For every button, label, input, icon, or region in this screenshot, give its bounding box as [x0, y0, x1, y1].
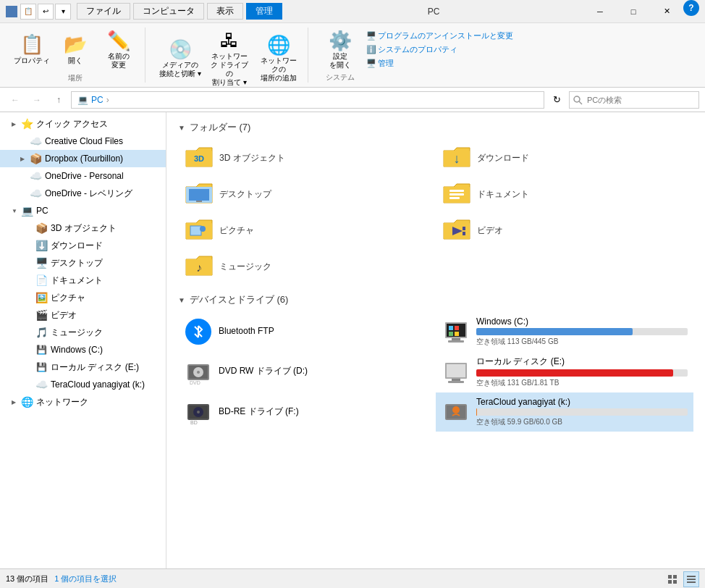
tab-view[interactable]: 表示 — [207, 3, 243, 20]
back-button[interactable]: ← — [6, 91, 25, 109]
local-e-space: 空き領域 131 GB/1.81 TB — [476, 378, 688, 388]
3d-label: 3D オブジェクト — [51, 222, 117, 235]
sidebar-item-music[interactable]: ▶ 🎵 ミュージック — [0, 324, 166, 341]
svg-text:DVD: DVD — [190, 380, 200, 385]
sidebar-item-network[interactable]: ▶ 🌐 ネットワーク — [0, 393, 166, 411]
sidebar-item-tera[interactable]: ▶ ☁️ TeraCloud yanagiyat (k:) — [0, 376, 166, 393]
qat-dropdown[interactable]: ▾ — [55, 4, 71, 20]
refresh-button[interactable]: ↻ — [547, 91, 566, 109]
sidebar-item-dropbox[interactable]: ▶ 📦 Dropbox (Tourbillon) — [0, 150, 166, 167]
ribbon-btn-rename[interactable]: ✏️ 名前の変更 — [98, 28, 139, 72]
sidebar-item-local-e[interactable]: ▶ 💾 ローカル ディスク (E:) — [0, 358, 166, 376]
dvd-info: DVD RW ドライブ (D:) — [219, 365, 430, 379]
3d-icon: 📦 — [35, 222, 48, 235]
windows-drive-icon — [442, 317, 470, 346]
ribbon-group-system-label: システム — [326, 72, 355, 83]
ribbon-btn-settings[interactable]: ⚙️ 設定を開く — [320, 28, 360, 72]
uninstall-label: プログラムのアンインストールと変更 — [378, 30, 513, 41]
drive-item-dvd[interactable]: DVD DVD RW ドライブ (D:) — [178, 351, 436, 392]
folder-3d-label: 3D オブジェクト — [219, 152, 285, 164]
qat-btn-1[interactable]: 📋 — [20, 4, 36, 20]
svg-rect-35 — [452, 379, 460, 381]
tab-file[interactable]: ファイル — [77, 3, 130, 20]
downloads-icon: ⬇️ — [35, 239, 48, 252]
bd-info: BD-RE ドライブ (F:) — [219, 406, 430, 419]
folder-item-documents[interactable]: ドキュメント — [436, 176, 693, 212]
uninstall-programs-link[interactable]: 🖥️ プログラムのアンインストールと変更 — [366, 30, 513, 41]
address-path[interactable]: 💻 PC › — [71, 91, 544, 109]
onedrive-personal-icon: ☁️ — [29, 169, 42, 182]
drive-item-bd[interactable]: BD BD-RE ドライブ (F:) — [178, 392, 436, 432]
sidebar-item-pictures[interactable]: ▶ 🖼️ ピクチャ — [0, 289, 166, 306]
sidebar-item-quick-access[interactable]: ▶ ⭐ クイック アクセス — [0, 115, 166, 133]
ribbon-btn-property-label: プロパティ — [14, 56, 50, 66]
folder-item-pictures[interactable]: ピクチャ — [178, 212, 436, 248]
tab-computer[interactable]: コンピュータ — [133, 3, 204, 20]
close-button[interactable]: ✕ — [650, 0, 683, 23]
svg-point-31 — [197, 371, 200, 374]
qat-btn-2[interactable]: ↩ — [38, 4, 54, 20]
system-properties-label: システムのプロパティ — [378, 44, 457, 55]
sidebar-item-creative-cloud[interactable]: ▶ ☁️ Creative Cloud Files — [0, 133, 166, 150]
ribbon: 📋 プロパティ 📂 開く ✏️ 名前の変更 場所 💿 メディアの接続と切断 — [0, 23, 705, 88]
ribbon-btn-network-drive-label: ネットワーク ドライブの割り当て ▾ — [208, 52, 250, 87]
ribbon-group-basho: 📋 プロパティ 📂 開く ✏️ 名前の変更 場所 — [6, 28, 145, 83]
local-e-icon: 💾 — [35, 361, 48, 374]
svg-rect-17 — [463, 232, 465, 235]
search-input[interactable] — [569, 91, 699, 109]
folder-icon-desktop — [185, 181, 214, 207]
folder-item-3d[interactable]: 3D 3D オブジェクト — [178, 140, 436, 176]
sidebar-item-pc[interactable]: ▼ 💻 PC — [0, 202, 166, 219]
sidebar-item-windows-c[interactable]: ▶ 💾 Windows (C:) — [0, 341, 166, 358]
local-e-info: ローカル ディスク (E:) 空き領域 131 GB/1.81 TB — [476, 356, 688, 388]
drive-item-windows-c[interactable]: Windows (C:) 空き領域 113 GB/445 GB — [436, 312, 693, 351]
ribbon-btn-network-drive[interactable]: 🖧 ネットワーク ドライブの割り当て ▾ — [206, 28, 253, 89]
svg-rect-45 — [668, 575, 672, 579]
admin-link[interactable]: 🖥️ 管理 — [366, 58, 513, 69]
tera-drive-icon — [442, 398, 470, 427]
folders-section-header[interactable]: ▼ フォルダー (7) — [178, 121, 693, 134]
drive-item-tera[interactable]: TeraCloud yanagiyat (k:) 空き領域 59.9 GB/60… — [436, 392, 693, 432]
maximize-button[interactable]: □ — [617, 0, 650, 23]
minimize-button[interactable]: ─ — [583, 0, 617, 23]
folder-item-music[interactable]: ♪ ミュージック — [178, 248, 436, 285]
sidebar-item-onedrive-leveling[interactable]: ▶ ☁️ OneDrive - レベリング — [0, 185, 166, 202]
system-properties-link[interactable]: ℹ️ システムのプロパティ — [366, 44, 513, 55]
forward-button[interactable]: → — [28, 91, 46, 109]
local-e-bar-bg — [476, 369, 688, 377]
tab-drive-tools[interactable]: 管理 — [246, 3, 282, 20]
devices-section-header[interactable]: ▼ デバイスとドライブ (6) — [178, 293, 693, 306]
sidebar-item-onedrive-personal[interactable]: ▶ ☁️ OneDrive - Personal — [0, 167, 166, 185]
quick-access-label: クイック アクセス — [36, 118, 108, 130]
svg-point-44 — [452, 406, 460, 413]
sidebar-item-videos[interactable]: ▶ 🎬 ビデオ — [0, 306, 166, 324]
bluetooth-name: Bluetooth FTP — [219, 326, 430, 336]
tera-bar-bg — [476, 408, 688, 416]
folder-item-desktop[interactable]: デスクトップ — [178, 176, 436, 212]
drive-item-bluetooth[interactable]: Bluetooth FTP — [178, 312, 436, 351]
status-left: 13 個の項目 1 個の項目を選択 — [6, 574, 117, 584]
sidebar-item-documents[interactable]: ▶ 📄 ドキュメント — [0, 272, 166, 289]
sidebar-item-desktop[interactable]: ▶ 🖥️ デスクトップ — [0, 254, 166, 272]
local-e-drive-icon — [442, 358, 470, 387]
help-button[interactable]: ? — [683, 0, 699, 16]
ribbon-btn-property[interactable]: 📋 プロパティ — [12, 31, 52, 68]
ribbon-btn-network-place[interactable]: 🌐 ネットワークの場所の追加 — [256, 32, 302, 85]
creative-cloud-label: Creative Cloud Files — [45, 136, 123, 146]
folder-item-video[interactable]: ビデオ — [436, 212, 693, 248]
windows-c-bar-fill — [476, 328, 633, 335]
up-button[interactable]: ↑ — [49, 91, 68, 109]
sidebar-item-3d[interactable]: ▶ 📦 3D オブジェクト — [0, 219, 166, 237]
svg-rect-50 — [687, 579, 696, 580]
svg-text:♪: ♪ — [196, 261, 202, 274]
folder-item-downloads[interactable]: ↓ ダウンロード — [436, 140, 693, 176]
devices-chevron: ▼ — [178, 296, 185, 304]
drive-item-local-e[interactable]: ローカル ディスク (E:) 空き領域 131 GB/1.81 TB — [436, 351, 693, 392]
details-view-btn[interactable] — [683, 571, 699, 587]
path-pc[interactable]: PC — [91, 95, 104, 105]
ribbon-btn-media[interactable]: 💿 メディアの接続と切断 ▾ — [157, 36, 203, 80]
svg-rect-6 — [196, 201, 202, 202]
large-icons-view-btn[interactable] — [664, 571, 680, 587]
ribbon-btn-open[interactable]: 📂 開く — [55, 31, 96, 68]
sidebar-item-downloads[interactable]: ▶ ⬇️ ダウンロード — [0, 237, 166, 254]
